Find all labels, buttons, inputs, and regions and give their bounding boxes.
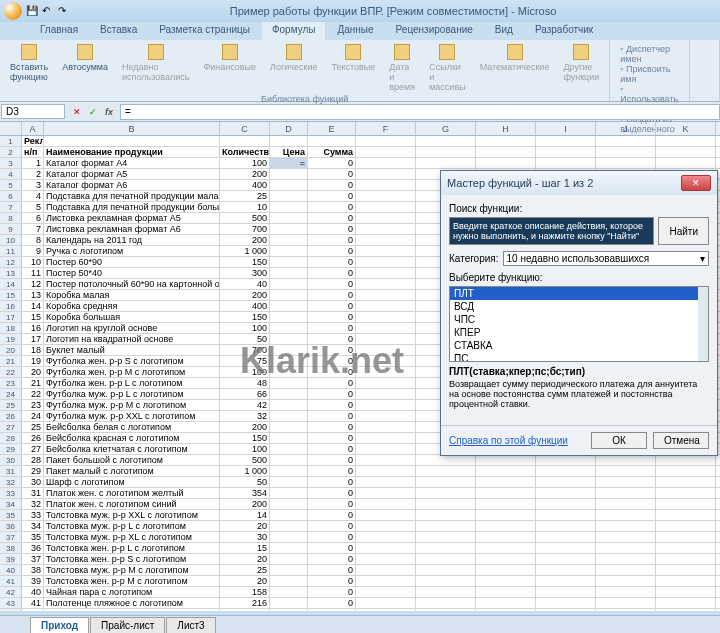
cell[interactable]: 10 [22,257,44,267]
cell[interactable]: Чайная пара с логотипом [44,587,220,597]
cell[interactable] [270,279,308,289]
cell[interactable] [356,488,416,498]
cell[interactable]: 0 [308,268,356,278]
cell[interactable] [356,521,416,531]
cell[interactable] [356,598,416,608]
row-header[interactable]: 36 [0,521,22,531]
cell[interactable] [536,543,596,553]
cell[interactable]: 32 [220,411,270,421]
cell[interactable] [596,609,656,611]
cell[interactable] [476,510,536,520]
cell[interactable] [536,499,596,509]
cell[interactable]: 5 [22,202,44,212]
cell[interactable] [270,213,308,223]
cell[interactable] [536,455,596,465]
cell[interactable]: 36 [22,543,44,553]
cell[interactable]: 0 [308,246,356,256]
row-header[interactable]: 39 [0,554,22,564]
col-header[interactable]: D [270,122,308,135]
ribbon-tab[interactable]: Главная [30,22,88,40]
cell[interactable] [656,158,716,168]
cell[interactable] [356,202,416,212]
cell[interactable]: Логотип на круглой основе [44,323,220,333]
cell[interactable]: 0 [308,510,356,520]
cell[interactable]: 41 [22,598,44,608]
cell[interactable] [270,510,308,520]
cell[interactable]: Бейсболка белая с логотипом [44,422,220,432]
cell[interactable] [596,532,656,542]
cell[interactable]: 0 [308,312,356,322]
cell[interactable] [356,433,416,443]
cell[interactable]: 0 [308,466,356,476]
cell[interactable] [356,609,416,611]
row-header[interactable]: 17 [0,312,22,322]
ribbon-button[interactable]: Другиефункции [557,42,605,94]
cell[interactable]: 9 [22,246,44,256]
cell[interactable]: Шарф с логотипом [44,477,220,487]
cell[interactable]: 15 [220,543,270,553]
cell[interactable]: 12 [22,279,44,289]
cell[interactable]: Каталог формат А6 [44,180,220,190]
cell[interactable] [356,565,416,575]
cell[interactable]: 0 [308,290,356,300]
cell[interactable]: 0 [308,356,356,366]
ok-button[interactable]: ОК [591,432,647,449]
col-header[interactable]: F [356,122,416,135]
function-item[interactable]: ПС [450,352,708,362]
ribbon-tab[interactable]: Вид [485,22,523,40]
cell[interactable] [416,554,476,564]
ribbon-command[interactable]: ▫ Диспетчер имен [620,44,679,64]
row-header[interactable]: 40 [0,565,22,575]
row-header[interactable]: 8 [0,213,22,223]
row-header[interactable]: 28 [0,433,22,443]
office-orb[interactable] [4,2,22,20]
cell[interactable] [476,466,536,476]
cell[interactable]: 35 [22,532,44,542]
cell[interactable] [656,521,716,531]
save-icon[interactable]: 💾 [26,5,38,17]
ribbon-button[interactable]: Автосумма [56,42,114,94]
cell[interactable] [270,598,308,608]
row-header[interactable]: 31 [0,466,22,476]
cell[interactable]: Толстовка жен. р-р M с логотипом [44,576,220,586]
cell[interactable] [356,455,416,465]
scrollbar[interactable] [698,287,708,361]
cell[interactable]: 22 [22,389,44,399]
cell[interactable]: = [270,158,308,168]
cell[interactable] [270,191,308,201]
cell[interactable]: 0 [308,433,356,443]
cell[interactable]: 0 [308,235,356,245]
row-header[interactable]: 41 [0,576,22,586]
cell[interactable]: 7 [22,224,44,234]
cell[interactable]: 0 [308,444,356,454]
cell[interactable] [356,279,416,289]
row-header[interactable]: 12 [0,257,22,267]
sheet-tab[interactable]: Лист3 [166,617,215,633]
cell[interactable]: 0 [308,169,356,179]
cell[interactable]: 0 [308,400,356,410]
cell[interactable] [270,312,308,322]
cell[interactable]: 200 [220,290,270,300]
cell[interactable]: 0 [308,213,356,223]
function-item[interactable]: КПЕР [450,326,708,339]
cell[interactable] [416,521,476,531]
cell[interactable]: 18 [22,345,44,355]
cell[interactable]: 20 [220,576,270,586]
cell[interactable]: 0 [308,477,356,487]
cell[interactable] [596,587,656,597]
cell[interactable] [476,158,536,168]
cell[interactable] [596,598,656,608]
cell[interactable] [416,466,476,476]
cell[interactable]: Футболка жен. р-р S с логотипом [44,356,220,366]
ribbon-button[interactable]: Финансовые [197,42,262,94]
cell[interactable]: 100 [220,323,270,333]
cell[interactable]: Футболка муж. р-р M с логотипом [44,400,220,410]
cell[interactable]: Каталог формат А5 [44,169,220,179]
row-header[interactable]: 21 [0,356,22,366]
cell[interactable]: 700 [220,345,270,355]
row-header[interactable]: 13 [0,268,22,278]
cell[interactable] [596,488,656,498]
row-header[interactable]: 2 [0,147,22,157]
function-item[interactable]: СТАВКА [450,339,708,352]
cell[interactable] [356,444,416,454]
